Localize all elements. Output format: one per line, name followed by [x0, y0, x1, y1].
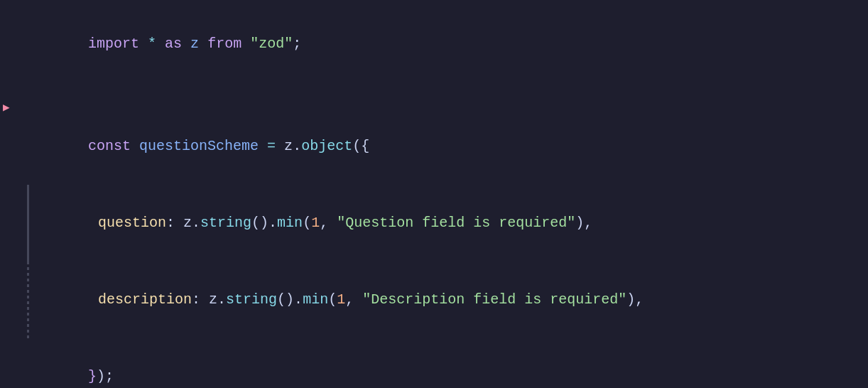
line-content: description: z.string().min(1, "Descript… — [27, 262, 868, 338]
token-prop: description — [98, 291, 192, 308]
token-prop: question — [98, 215, 166, 231]
line-content: const questionScheme = z.object({ — [27, 108, 868, 185]
token-punct: ; — [293, 36, 301, 52]
indent-line-dashed — [27, 262, 29, 338]
token-brace: } — [88, 368, 97, 384]
token-keyword-as: as — [165, 36, 182, 52]
line-content: }); — [27, 338, 868, 388]
empty-line — [0, 82, 868, 108]
token-operator: = — [267, 138, 276, 154]
token-space — [139, 36, 148, 52]
code-line: question: z.string().min(1, "Question fi… — [0, 185, 868, 262]
token-keyword: const — [88, 138, 131, 154]
indent-line — [27, 185, 29, 262]
code-line: import * as z from "zod"; — [0, 6, 868, 82]
token-keyword-from: from — [207, 36, 242, 52]
token-space — [242, 36, 250, 52]
token-number: 1 — [311, 215, 320, 231]
token-fn: string — [200, 215, 251, 231]
token-string: "Question field is required" — [337, 215, 575, 231]
token-var: questionScheme — [139, 138, 259, 154]
token-space — [182, 36, 190, 52]
token-space — [156, 36, 165, 52]
token-string: "Description field is required" — [362, 291, 626, 308]
token-fn: min — [303, 291, 328, 308]
token-space — [199, 36, 207, 52]
token-fn: min — [277, 215, 303, 231]
code-line: ▶ const questionScheme = z.object({ — [0, 108, 868, 185]
line-content: import * as z from "zod"; — [27, 6, 868, 82]
token-operator: * — [148, 36, 156, 52]
token-var: z — [190, 36, 199, 52]
token-fn: object — [301, 138, 352, 154]
token-number: 1 — [337, 291, 345, 308]
code-editor: import * as z from "zod"; ▶ const questi… — [0, 0, 868, 388]
token-string: "zod" — [250, 36, 293, 52]
arrow-indicator: ▶ — [3, 95, 10, 121]
token-keyword: import — [88, 36, 139, 52]
line-content: question: z.string().min(1, "Question fi… — [27, 185, 868, 262]
code-line: description: z.string().min(1, "Descript… — [0, 262, 868, 338]
token-fn: string — [226, 291, 277, 308]
code-line: }); — [0, 338, 868, 388]
